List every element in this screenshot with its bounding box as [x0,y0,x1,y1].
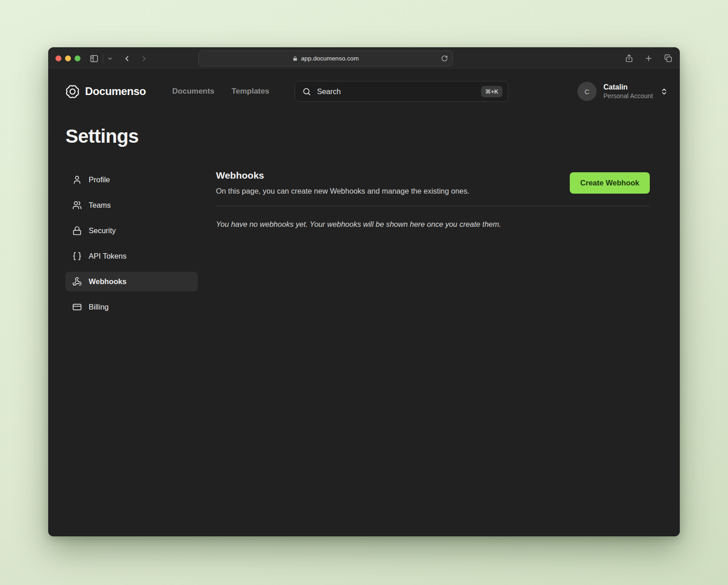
create-webhook-button[interactable]: Create Webhook [570,172,650,194]
url-text: app.documenso.com [301,55,359,62]
zoom-window-button[interactable] [75,55,80,61]
traffic-lights [55,55,80,61]
close-window-button[interactable] [55,55,61,61]
settings-sidebar: Profile Teams Security API Tokens Webhoo… [65,170,198,317]
sidebar-item-api-tokens[interactable]: API Tokens [65,246,198,266]
account-menu[interactable]: C Catalin Personal Account [577,82,668,101]
chrome-divider [103,54,103,63]
address-bar[interactable]: app.documenso.com [198,50,453,66]
sidebar-item-security[interactable]: Security [65,221,198,240]
sidebar-item-profile[interactable]: Profile [65,170,198,190]
app-content: Documenso Documents Templates Search ⌘+K… [48,70,680,536]
documenso-badge-icon [65,85,80,99]
minimize-window-button[interactable] [65,55,71,61]
app-header: Documenso Documents Templates Search ⌘+K… [48,70,680,102]
webhooks-panel: Webhooks On this page, you can create ne… [216,170,650,317]
sidebar-item-webhooks[interactable]: Webhooks [65,272,198,291]
page-title: Settings [65,125,680,147]
settings-layout: Profile Teams Security API Tokens Webhoo… [65,170,650,317]
nav-templates[interactable]: Templates [231,87,269,96]
webhooks-heading-group: Webhooks On this page, you can create ne… [216,170,469,195]
nav-documents[interactable]: Documents [172,87,215,96]
avatar: C [577,82,597,101]
browser-titlebar: app.documenso.com [48,47,680,70]
webhooks-panel-header: Webhooks On this page, you can create ne… [216,170,650,195]
sidebar-item-label: Webhooks [89,277,126,286]
search-icon [302,87,311,96]
refresh-icon[interactable] [441,55,448,62]
search-placeholder: Search [317,87,341,96]
chevrons-up-down-icon [660,88,668,95]
account-type: Personal Account [603,92,653,100]
webhooks-description: On this page, you can create new Webhook… [216,187,469,195]
sidebar-item-label: Teams [89,201,111,210]
credit-card-icon [72,302,82,312]
tab-groups-chevron-icon[interactable] [107,56,113,61]
new-tab-icon[interactable] [644,54,653,63]
user-icon [72,175,82,185]
sidebar-item-billing[interactable]: Billing [65,297,198,317]
lock-icon [292,56,298,61]
braces-icon [72,251,82,261]
search-shortcut-badge: ⌘+K [481,86,502,97]
webhooks-empty-state: You have no webhooks yet. Your webhooks … [216,220,650,229]
account-names: Catalin Personal Account [603,83,653,100]
browser-window: app.documenso.com Doc [48,47,680,536]
titlebar-right-controls [625,54,673,63]
account-name: Catalin [603,83,653,92]
users-icon [72,200,82,210]
brand-name: Documenso [85,85,146,98]
sidebar-toggle-icon[interactable] [90,54,99,63]
documenso-logo[interactable]: Documenso [65,85,146,99]
forward-button[interactable] [140,55,148,63]
sidebar-item-teams[interactable]: Teams [65,195,198,215]
sidebar-item-label: API Tokens [89,252,126,260]
section-divider [216,206,650,206]
top-navigation: Documents Templates [172,87,269,96]
sidebar-item-label: Billing [89,303,109,311]
tab-overview-icon[interactable] [664,54,673,63]
webhook-icon [72,277,82,286]
sidebar-item-label: Profile [89,175,110,184]
share-icon[interactable] [625,54,633,63]
webhooks-title: Webhooks [216,170,469,181]
sidebar-item-label: Security [89,226,116,235]
lock-icon [72,226,82,235]
search-input[interactable]: Search ⌘+K [295,81,508,102]
back-button[interactable] [123,55,131,63]
